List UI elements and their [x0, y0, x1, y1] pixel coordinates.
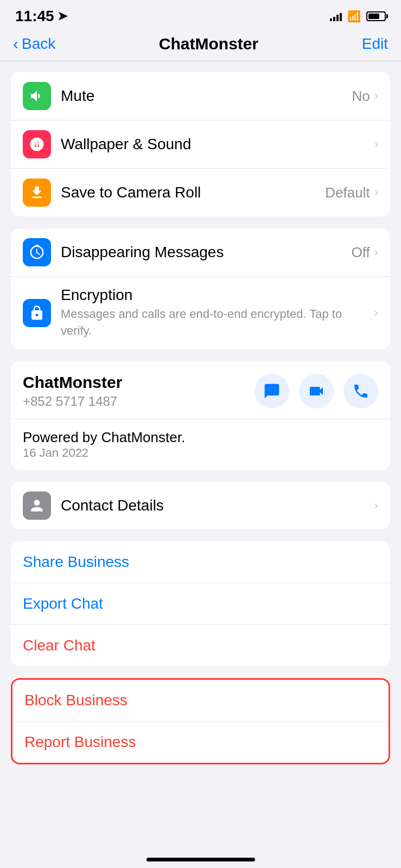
time-label: 11:45 [15, 8, 54, 25]
page-title: ChatMonster [159, 35, 258, 53]
disappearing-label: Disappearing Messages [61, 244, 351, 261]
status-time: 11:45 ➤ [15, 8, 67, 25]
actions-card: Share Business Export Chat Clear Chat [11, 541, 390, 666]
signal-bars-icon [330, 11, 342, 21]
contact-phone: +852 5717 1487 [23, 394, 122, 409]
camera-roll-row[interactable]: Save to Camera Roll Default › [11, 169, 390, 216]
message-button[interactable] [254, 374, 289, 409]
block-business-label: Block Business [24, 692, 128, 709]
location-icon: ➤ [58, 9, 67, 23]
contact-details-card: Contact Details › [11, 482, 390, 529]
contact-main: ChatMonster +852 5717 1487 [11, 361, 390, 419]
contact-name: ChatMonster [23, 373, 122, 392]
camera-roll-text: Save to Camera Roll [61, 184, 325, 201]
camera-roll-chevron: › [374, 186, 378, 200]
disappearing-row[interactable]: Disappearing Messages Off › [11, 228, 390, 277]
status-icons: 📶 [330, 10, 386, 23]
report-business-label: Report Business [24, 733, 136, 751]
disappearing-chevron: › [374, 245, 378, 259]
mute-chevron: › [374, 89, 378, 103]
encryption-row[interactable]: Encryption Messages and calls are end-to… [11, 277, 390, 349]
disappearing-icon [23, 238, 51, 266]
disappearing-value: Off [351, 244, 370, 261]
wifi-icon: 📶 [347, 10, 361, 23]
disappearing-text: Disappearing Messages [61, 244, 351, 261]
encryption-sublabel: Messages and calls are end-to-end encryp… [61, 306, 369, 340]
nav-bar: ‹ Back ChatMonster Edit [0, 29, 401, 61]
battery-icon [366, 11, 386, 21]
wallpaper-icon [23, 130, 51, 158]
contact-details-chevron: › [374, 499, 378, 513]
camera-roll-icon [23, 178, 51, 207]
wallpaper-chevron: › [374, 137, 378, 151]
export-chat-row[interactable]: Export Chat [11, 583, 390, 625]
encryption-text: Encryption Messages and calls are end-to… [61, 286, 369, 340]
wallpaper-text: Wallpaper & Sound [61, 136, 374, 153]
powered-date: 16 Jan 2022 [23, 446, 88, 459]
contact-details-label: Contact Details [61, 497, 374, 514]
home-indicator [147, 858, 255, 861]
battery-fill [368, 14, 379, 19]
contact-info: ChatMonster +852 5717 1487 [23, 373, 122, 409]
contact-details-text: Contact Details [61, 497, 374, 514]
mute-label: Mute [61, 87, 352, 105]
edit-button[interactable]: Edit [362, 35, 388, 53]
chevron-left-icon: ‹ [13, 35, 18, 53]
video-call-button[interactable] [299, 374, 334, 409]
share-business-label: Share Business [23, 553, 129, 571]
media-settings-card: Mute No › Wallpaper & Sound › [11, 72, 390, 216]
powered-text: Powered by ChatMonster. [23, 429, 378, 446]
wallpaper-row[interactable]: Wallpaper & Sound › [11, 120, 390, 169]
block-business-row[interactable]: Block Business [12, 680, 389, 722]
mute-icon [23, 82, 51, 110]
mute-text: Mute [61, 87, 352, 105]
share-business-row[interactable]: Share Business [11, 541, 390, 583]
camera-roll-label: Save to Camera Roll [61, 184, 325, 201]
powered-row: Powered by ChatMonster. 16 Jan 2022 [11, 419, 390, 470]
report-business-row[interactable]: Report Business [12, 722, 389, 763]
contact-actions [254, 374, 378, 409]
wallpaper-label: Wallpaper & Sound [61, 136, 374, 153]
dangerous-actions-card: Block Business Report Business [11, 678, 390, 764]
clear-chat-label: Clear Chat [23, 637, 96, 654]
mute-row[interactable]: Mute No › [11, 72, 390, 120]
encryption-icon [23, 299, 51, 327]
contact-details-icon [23, 492, 51, 520]
phone-call-button[interactable] [343, 374, 378, 409]
back-button[interactable]: ‹ Back [13, 35, 55, 53]
content: Mute No › Wallpaper & Sound › [0, 61, 401, 787]
export-chat-label: Export Chat [23, 595, 103, 612]
status-bar: 11:45 ➤ 📶 [0, 0, 401, 29]
contact-card: ChatMonster +852 5717 1487 [11, 361, 390, 470]
mute-value: No [352, 88, 370, 105]
encryption-chevron: › [374, 306, 378, 320]
camera-roll-value: Default [325, 184, 370, 201]
encryption-label: Encryption [61, 286, 369, 304]
clear-chat-row[interactable]: Clear Chat [11, 625, 390, 666]
back-label: Back [22, 35, 55, 53]
security-settings-card: Disappearing Messages Off › Encryption M… [11, 228, 390, 349]
contact-details-row[interactable]: Contact Details › [11, 482, 390, 529]
